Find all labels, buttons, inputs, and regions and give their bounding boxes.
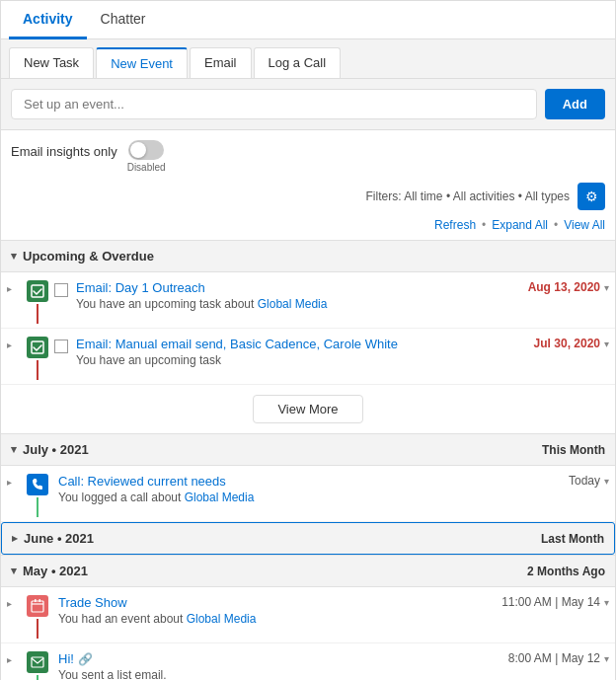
chevron-down-icon[interactable]: ▾ — [11, 250, 17, 263]
item-icon-wrap — [25, 337, 50, 380]
item-title[interactable]: Email: Day 1 Outreach — [76, 280, 205, 295]
add-button[interactable]: Add — [545, 89, 605, 119]
item-dropdown-arrow[interactable]: ▾ — [604, 597, 609, 608]
section-header-left-upcoming: ▾Upcoming & Overdue — [11, 249, 154, 264]
item-link[interactable]: Global Media — [187, 612, 257, 626]
item-subtitle: You have an upcoming task — [76, 353, 609, 367]
item-title-row: Trade Show11:00 AM | May 14▾ — [58, 595, 609, 610]
svg-rect-4 — [39, 599, 41, 602]
item-title-row: Email: Manual email send, Basic Cadence,… — [76, 337, 609, 351]
view-more-button[interactable]: View More — [253, 395, 362, 423]
item-content: Email: Day 1 OutreachAug 13, 2020▾You ha… — [72, 280, 609, 311]
search-bar: Add — [1, 79, 615, 130]
item-subtitle: You sent a list email. — [58, 668, 609, 680]
item-subtitle: You have an upcoming task about Global M… — [76, 297, 609, 311]
item-icon-wrap — [25, 595, 50, 639]
svg-rect-5 — [32, 657, 43, 667]
section-right-june2021: Last Month — [541, 532, 604, 546]
table-row: ▸Hi!🔗8:00 AM | May 12▾You sent a list em… — [1, 643, 615, 680]
item-vline — [37, 675, 38, 680]
expand-icon[interactable]: ▸ — [7, 280, 21, 294]
expand-icon[interactable]: ▸ — [7, 595, 21, 609]
item-title[interactable]: Email: Manual email send, Basic Cadence,… — [76, 337, 398, 351]
item-title[interactable]: Call: Reviewed current needs — [58, 474, 226, 489]
toggle-state-label: Disabled — [127, 162, 166, 173]
attachment-icon: 🔗 — [78, 652, 93, 666]
action-tabs: New Task New Event Email Log a Call — [1, 39, 615, 79]
expand-all-link[interactable]: Expand All — [492, 218, 548, 232]
item-date: 11:00 AM | May 14 — [501, 595, 600, 609]
gear-icon: ⚙ — [585, 189, 598, 204]
item-checkbox[interactable] — [54, 340, 68, 353]
section-header-left-june2021: ▸June • 2021 — [12, 531, 94, 546]
section-header-upcoming[interactable]: ▾Upcoming & Overdue — [1, 240, 615, 272]
item-dropdown-arrow[interactable]: ▾ — [604, 339, 609, 349]
item-date-row: 11:00 AM | May 14▾ — [494, 595, 609, 609]
item-date-row: Jul 30, 2020▾ — [526, 337, 609, 350]
task-icon — [27, 280, 48, 302]
tab-new-task[interactable]: New Task — [9, 47, 94, 78]
item-date-row: 8:00 AM | May 12▾ — [500, 651, 609, 665]
toggle-wrap: Disabled — [127, 140, 166, 173]
expand-icon[interactable]: ▸ — [7, 474, 21, 488]
item-content: Email: Manual email send, Basic Cadence,… — [72, 337, 609, 367]
tab-activity[interactable]: Activity — [9, 1, 87, 39]
item-date-row: Aug 13, 2020▾ — [520, 280, 609, 294]
item-checkbox[interactable] — [54, 283, 68, 297]
call-icon — [27, 474, 48, 495]
tab-email[interactable]: Email — [190, 47, 252, 78]
insights-row: Email insights only Disabled — [1, 130, 615, 179]
item-date: 8:00 AM | May 12 — [508, 651, 600, 665]
svg-rect-2 — [32, 601, 43, 612]
chevron-down-icon[interactable]: ▾ — [11, 443, 17, 456]
chevron-down-icon[interactable]: ▾ — [11, 565, 17, 577]
item-title[interactable]: Hi!🔗 — [58, 651, 93, 666]
expand-icon[interactable]: ▸ — [7, 651, 21, 665]
section-right-may2021: 2 Months Ago — [527, 565, 605, 578]
item-date: Today — [569, 474, 600, 488]
item-vline — [37, 360, 38, 380]
item-content: Hi!🔗8:00 AM | May 12▾You sent a list ema… — [54, 651, 609, 680]
section-label-july2021: July • 2021 — [23, 442, 89, 457]
item-link[interactable]: Global Media — [185, 491, 255, 504]
item-vline — [37, 497, 38, 517]
item-date: Aug 13, 2020 — [528, 280, 600, 294]
expand-icon[interactable]: ▸ — [7, 337, 21, 350]
item-title-row: Email: Day 1 OutreachAug 13, 2020▾ — [76, 280, 609, 295]
item-icon-wrap — [25, 651, 50, 680]
refresh-link[interactable]: Refresh — [434, 218, 476, 232]
svg-rect-3 — [35, 599, 37, 602]
section-header-july2021[interactable]: ▾July • 2021This Month — [1, 433, 615, 466]
view-all-link[interactable]: View All — [564, 218, 605, 232]
table-row: ▸Email: Manual email send, Basic Cadence… — [1, 329, 615, 385]
item-vline — [37, 304, 38, 324]
item-dropdown-arrow[interactable]: ▾ — [604, 282, 609, 293]
section-header-june2021[interactable]: ▸June • 2021Last Month — [1, 522, 615, 555]
task-icon — [27, 337, 48, 358]
table-row: ▸Trade Show11:00 AM | May 14▾You had an … — [1, 587, 615, 643]
search-input[interactable] — [11, 89, 537, 119]
tab-new-event[interactable]: New Event — [96, 47, 188, 78]
item-link[interactable]: Global Media — [258, 297, 328, 311]
item-vline — [37, 619, 38, 639]
table-row: ▸Call: Reviewed current needsToday▾You l… — [1, 466, 615, 522]
gear-button[interactable]: ⚙ — [578, 183, 605, 210]
view-more-row: View More — [1, 385, 615, 433]
item-title-row: Call: Reviewed current needsToday▾ — [58, 474, 609, 489]
item-dropdown-arrow[interactable]: ▾ — [604, 653, 609, 664]
action-links: Refresh • Expand All • View All — [1, 216, 615, 240]
item-title[interactable]: Trade Show — [58, 595, 127, 610]
insights-label: Email insights only — [11, 140, 117, 159]
item-dropdown-arrow[interactable]: ▾ — [604, 476, 609, 487]
section-header-may2021[interactable]: ▾May • 20212 Months Ago — [1, 555, 615, 587]
table-row: ▸Email: Day 1 OutreachAug 13, 2020▾You h… — [1, 272, 615, 329]
tab-log-call[interactable]: Log a Call — [254, 47, 342, 78]
email-insights-toggle[interactable] — [128, 140, 164, 160]
item-date-row: Today▾ — [561, 474, 609, 488]
tab-chatter[interactable]: Chatter — [87, 1, 160, 39]
top-tabs: Activity Chatter — [1, 1, 615, 39]
sections-container: ▾Upcoming & Overdue▸Email: Day 1 Outreac… — [1, 240, 615, 680]
section-label-may2021: May • 2021 — [23, 564, 88, 578]
chevron-right-icon[interactable]: ▸ — [12, 532, 18, 545]
filters-row: Filters: All time • All activities • All… — [1, 179, 615, 216]
